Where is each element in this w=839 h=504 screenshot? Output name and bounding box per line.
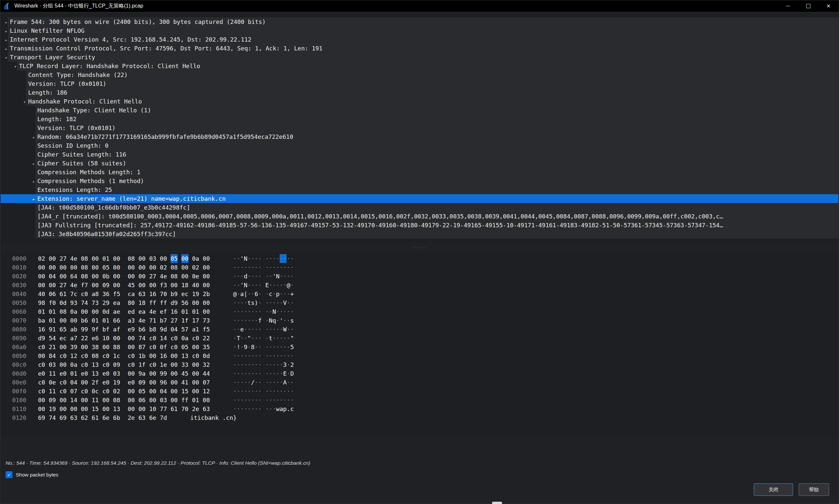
hex-byte[interactable]: 1f — [138, 360, 145, 369]
hex-byte[interactable]: 04 — [70, 378, 78, 387]
hex-byte[interactable]: 05 — [138, 387, 145, 396]
hex-byte[interactable]: 1e — [160, 360, 167, 369]
hex-byte[interactable]: 01 — [181, 307, 189, 316]
hex-byte[interactable]: 61 — [59, 289, 67, 298]
hex-byte[interactable]: 7d — [160, 413, 167, 422]
tree-row[interactable]: ▸Internet Protocol Version 4, Src: 192.1… — [1, 35, 838, 44]
tree-row[interactable]: ▸Frame 544: 300 bytes on wire (2400 bits… — [1, 17, 838, 26]
hex-byte[interactable]: 00 — [102, 343, 109, 352]
hex-byte[interactable]: 00 — [171, 352, 178, 360]
hex-row[interactable]: 00c0c003000ac013c009c01fc01e00330032····… — [12, 360, 838, 369]
hex-byte[interactable]: b6 — [81, 316, 88, 325]
hex-byte[interactable]: 27 — [171, 316, 178, 325]
tree-row[interactable]: ▸Compression Methods (1 method) — [1, 177, 838, 185]
hex-byte[interactable]: 00 — [203, 307, 210, 316]
hex-byte[interactable]: 01 — [91, 316, 99, 325]
tree-row[interactable]: ▸Random: 66a34e71b7271f1773169165ab999fb… — [1, 132, 838, 141]
tree-row[interactable]: [JA3: 3e8b40596a01530fa02d265ff3c397cc] — [1, 230, 838, 238]
hex-byte[interactable]: 00 — [138, 281, 145, 289]
hex-byte[interactable]: ea — [138, 307, 145, 316]
hex-byte[interactable]: 16 — [171, 307, 178, 316]
hex-byte[interactable]: 56 — [181, 298, 189, 307]
show-packet-bytes-checkbox[interactable]: ✓ — [5, 471, 13, 478]
hex-byte[interactable]: 00 — [203, 298, 210, 307]
hex-byte[interactable]: 1f — [181, 316, 189, 325]
hex-byte[interactable]: 0a — [70, 360, 78, 369]
hex-byte[interactable]: 05 — [181, 343, 189, 352]
hex-byte[interactable]: e0 — [38, 369, 45, 378]
hex-row[interactable]: 0070ba010000b6010166a34e71b7271f1773····… — [12, 316, 838, 325]
hex-byte[interactable]: b8 — [149, 325, 156, 334]
hex-byte[interactable]: 0d — [59, 298, 67, 307]
ascii-column[interactable]: ················ — [233, 353, 294, 359]
hex-byte[interactable]: 00 — [203, 396, 210, 404]
collapse-arrow-icon[interactable]: ▾ — [12, 62, 19, 70]
hex-byte[interactable]: 18 — [181, 281, 189, 289]
hex-byte[interactable]: 00 — [138, 263, 145, 272]
hex-byte[interactable]: 54 — [49, 334, 56, 343]
collapse-arrow-icon[interactable]: ▾ — [3, 53, 10, 61]
hex-byte[interactable]: 00 — [171, 369, 178, 378]
hex-byte[interactable]: f3 — [160, 281, 167, 289]
tree-row[interactable]: Version: TLCP (0x0101) — [1, 124, 838, 132]
ascii-column[interactable]: iticbank.cn} — [190, 414, 237, 421]
hex-byte[interactable]: 00 — [171, 378, 178, 387]
ascii-column[interactable]: ··e··········W·· — [233, 326, 294, 333]
hex-byte[interactable]: 6e — [102, 413, 109, 422]
hex-row[interactable]: 0090d954eca722e610000074c014c00ac022·T··… — [12, 334, 838, 343]
hex-byte[interactable]: 01 — [102, 254, 109, 263]
hex-byte[interactable]: 01 — [192, 307, 199, 316]
hex-row[interactable]: 00600101080a00000daeedea4eef16010100····… — [12, 307, 838, 316]
hex-byte[interactable]: 9f — [91, 325, 99, 334]
hex-row[interactable]: 00404006617cc0a836f5ca631670b9ec192b@·a|… — [12, 289, 838, 298]
hex-byte[interactable]: 00 — [59, 316, 67, 325]
hex-byte[interactable]: 00 — [171, 360, 178, 369]
expand-arrow-icon[interactable]: ▸ — [30, 160, 37, 168]
hex-byte[interactable]: 08 — [81, 254, 88, 263]
hex-byte[interactable]: 09 — [113, 360, 120, 369]
hex-byte[interactable]: 0a — [192, 254, 199, 263]
hex-byte[interactable]: 39 — [70, 343, 78, 352]
hex-byte[interactable]: d9 — [171, 298, 178, 307]
hex-byte[interactable]: 88 — [113, 343, 120, 352]
hex-byte[interactable]: 63 — [70, 413, 78, 422]
hex-byte[interactable]: 45 — [128, 281, 135, 289]
hex-byte[interactable]: 00 — [81, 404, 88, 413]
minimize-button[interactable] — [778, 0, 798, 12]
tree-row[interactable]: ▸Cipher Suites (58 suites) — [1, 159, 838, 168]
hex-byte[interactable]: 00 — [128, 396, 135, 404]
hex-byte[interactable]: ca — [128, 289, 135, 298]
hex-row[interactable]: 010000090014001100080006000300ff0100····… — [12, 396, 838, 404]
tree-row[interactable]: Version: TLCP (0x0101) — [1, 79, 838, 88]
hex-byte[interactable]: 93 — [70, 298, 78, 307]
hex-byte[interactable]: 00 — [70, 404, 78, 413]
hex-byte[interactable]: 16 — [38, 325, 45, 334]
hex-byte[interactable]: 08 — [171, 272, 178, 281]
hex-byte[interactable]: 10 — [149, 404, 156, 413]
hex-byte[interactable]: 4e — [160, 272, 167, 281]
hex-byte[interactable]: 00 — [91, 263, 99, 272]
hex-byte[interactable]: 00 — [128, 272, 135, 281]
close-button[interactable]: 关闭 — [754, 483, 793, 496]
hex-byte[interactable]: e9 — [128, 325, 135, 334]
hex-byte[interactable]: 27 — [59, 254, 67, 263]
hex-byte[interactable]: 00 — [91, 272, 99, 281]
tree-row[interactable]: Length: 186 — [1, 88, 838, 97]
hex-byte[interactable]: f5 — [203, 325, 210, 334]
hex-byte[interactable]: 00 — [70, 316, 78, 325]
hex-byte[interactable]: 00 — [38, 404, 45, 413]
hex-byte[interactable]: 91 — [49, 325, 56, 334]
ascii-column[interactable]: ················ — [233, 264, 294, 271]
hex-byte[interactable]: 57 — [181, 325, 189, 334]
hex-byte[interactable]: 2b — [203, 289, 210, 298]
tree-row[interactable]: Cipher Suites Length: 116 — [1, 150, 838, 159]
hex-byte[interactable]: 00 — [91, 281, 99, 289]
hex-byte[interactable]: 00 — [192, 343, 199, 352]
hex-row[interactable]: 001000000000080005000000000208000200····… — [12, 263, 838, 272]
hex-byte[interactable]: 80 — [128, 298, 135, 307]
hex-byte[interactable]: 22 — [203, 334, 210, 343]
hex-byte[interactable]: 00 — [113, 263, 120, 272]
hex-byte[interactable]: 2e — [128, 413, 135, 422]
hex-byte[interactable]: 0d — [203, 352, 210, 360]
hex-byte[interactable]: 00 — [59, 272, 67, 281]
